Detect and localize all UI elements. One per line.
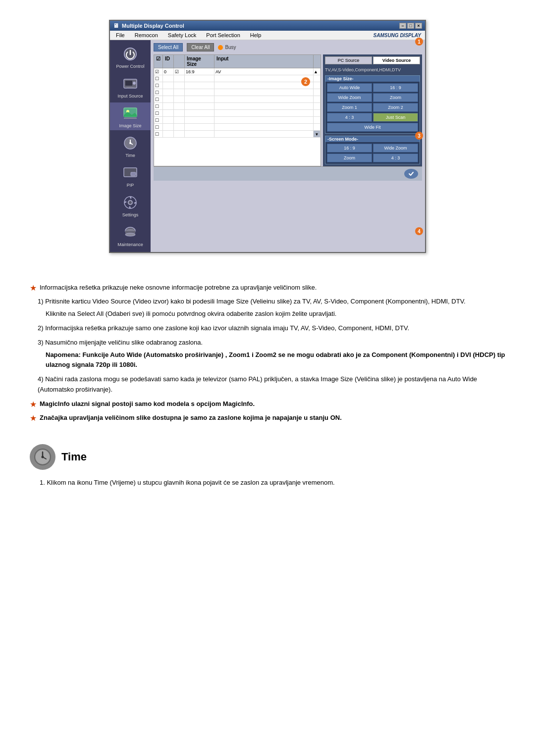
software-window: 🖥 Multiple Display Control – □ × File Re… <box>109 20 426 253</box>
star-item-3: ★ Značajka upravljanja veličinom slike d… <box>30 413 505 424</box>
col-scroll-header <box>314 55 321 68</box>
btn-wide-zoom[interactable]: Wide Zoom <box>327 93 372 102</box>
list-text-2: Informacijska rešetka prikazuje samo one… <box>45 324 409 332</box>
menu-items: File Remocon Safety Lock Port Selection … <box>114 32 263 39</box>
minimize-button[interactable]: – <box>399 23 406 29</box>
bottom-bar <box>154 166 422 181</box>
menu-bar: File Remocon Safety Lock Port Selection … <box>110 31 425 40</box>
screen-mode-title: -Screen Mode- <box>325 136 420 142</box>
btn-zoom2[interactable]: Zoom 2 <box>373 103 418 112</box>
maintenance-icon <box>121 223 139 241</box>
sidebar: Power Control Input <box>110 40 151 252</box>
table-row: ☐ <box>154 89 321 96</box>
source-tabs: PC Source Video Source <box>325 56 420 64</box>
row-scroll: ▲ <box>314 68 321 75</box>
btn-sm-16-9[interactable]: 16 : 9 <box>327 144 372 152</box>
table-row: ☐ <box>154 103 321 110</box>
btn-4-3[interactable]: 4 : 3 <box>327 113 372 122</box>
list-item-2: 2) Informacijska rešetka prikazuje samo … <box>38 323 505 334</box>
btn-sm-4-3[interactable]: 4 : 3 <box>373 153 418 162</box>
sidebar-item-settings[interactable]: Settings <box>110 192 151 219</box>
menu-file[interactable]: File <box>114 32 127 39</box>
window-title: Multiple Display Control <box>122 23 184 29</box>
menu-port-selection[interactable]: Port Selection <box>204 32 242 39</box>
table-row: ☐ <box>154 117 321 124</box>
btn-zoom1[interactable]: Zoom 1 <box>327 103 372 112</box>
sidebar-item-input[interactable]: Input Source <box>110 73 151 101</box>
btn-just-scan[interactable]: Just Scan <box>373 113 418 122</box>
image-size-title: -Image Size- <box>325 76 420 82</box>
row-input: AV <box>214 68 314 75</box>
svg-point-16 <box>129 201 132 204</box>
tab-pc-source[interactable]: PC Source <box>325 56 372 64</box>
image-size-panel: -Image Size- Auto Wide 16 : 9 Wide Zoom … <box>325 75 420 134</box>
table-row: ☐ ▼ <box>154 131 321 138</box>
row-size: 16:9 <box>185 68 214 75</box>
sidebar-item-maintenance[interactable]: Maintenance <box>110 221 151 249</box>
col-num-header <box>174 55 185 68</box>
star-text-1: Informacijska rešetka prikazuje neke osn… <box>40 283 505 293</box>
col-check-header: ☑ <box>154 55 163 68</box>
badge-4: 4 <box>415 227 423 235</box>
row-id: 0 <box>163 68 174 75</box>
list-item-1: 1) Pritisnite karticu Video Source (Vide… <box>38 297 505 319</box>
star-icon-1: ★ <box>30 283 37 294</box>
close-button[interactable]: × <box>415 23 422 29</box>
star-item-2: ★ MagicInfo ulazni signal postoji samo k… <box>30 399 505 410</box>
sidebar-item-time[interactable]: Time <box>110 132 151 160</box>
list-item-4: 4) Načini rada zaslona mogu se podešavat… <box>38 374 505 395</box>
list-text-4: Načini rada zaslona mogu se podešavati s… <box>38 375 477 393</box>
toolbar: Select All Clear All Busy <box>154 43 422 51</box>
star-icon-3: ★ <box>30 413 37 424</box>
menu-safety-lock[interactable]: Safety Lock <box>166 32 198 39</box>
table-row: ☐ <box>154 82 321 89</box>
maximize-button[interactable]: □ <box>407 23 414 29</box>
sidebar-item-power[interactable]: Power Control <box>110 43 151 71</box>
btn-sm-zoom[interactable]: Zoom <box>327 153 372 162</box>
row-check[interactable]: ☑ <box>154 68 163 75</box>
list-text-3: Nasumično mijenjajte veličinu slike odab… <box>45 339 203 346</box>
star-text-2: MagicInfo ulazni signal postoji samo kod… <box>40 399 505 409</box>
time-icon <box>121 134 139 152</box>
sidebar-item-image[interactable]: Image Size <box>110 102 151 130</box>
list-item-3: 3) Nasumično mijenjajte veličinu slike o… <box>38 338 505 370</box>
menu-remocon[interactable]: Remocon <box>133 32 160 39</box>
list-subtext-3: Napomena: Funkcije Auto Wide (Automatsko… <box>46 350 505 371</box>
sidebar-label-power: Power Control <box>116 64 144 69</box>
tab-video-source[interactable]: Video Source <box>373 56 420 64</box>
col-input-header: Input <box>214 55 314 68</box>
table-row: ☐ <box>154 96 321 103</box>
time-header: Time <box>30 444 505 470</box>
btn-wide-fit[interactable]: Wide Fit <box>327 123 418 132</box>
clear-all-button[interactable]: Clear All <box>187 43 214 51</box>
btn-zoom[interactable]: Zoom <box>373 93 418 102</box>
time-section-title: Time <box>61 451 87 463</box>
select-all-button[interactable]: Select All <box>154 43 183 51</box>
busy-indicator: Busy <box>218 45 236 50</box>
table-row: ☐ <box>154 75 321 82</box>
sidebar-item-pip[interactable]: PIP <box>110 162 151 190</box>
title-bar: 🖥 Multiple Display Control – □ × <box>110 21 425 31</box>
badge-2: 2 <box>301 77 310 86</box>
right-panel: PC Source Video Source TV,AV,S-Video,Com… <box>323 54 422 166</box>
badge-3: 3 <box>415 132 423 140</box>
list-text-1: Pritisnite karticu Video Source (Video i… <box>45 298 466 305</box>
grid-rows: ☐ ☐ <box>154 75 321 138</box>
list-subtext-1: Kliknite na Select All (Odaberi sve) ili… <box>46 309 505 319</box>
ok-button[interactable] <box>404 169 418 179</box>
settings-icon <box>121 194 139 211</box>
btn-sm-wide-zoom[interactable]: Wide Zoom <box>373 144 418 152</box>
btn-auto-wide[interactable]: Auto Wide <box>327 83 372 92</box>
star-item-1: ★ Informacijska rešetka prikazuje neke o… <box>30 283 505 294</box>
svg-point-21 <box>407 170 415 178</box>
btn-16-9[interactable]: 16 : 9 <box>373 83 418 92</box>
busy-dot <box>218 45 223 50</box>
source-info: TV,AV,S-Video,Component,HDMI,DTV <box>325 66 420 73</box>
svg-point-26 <box>42 455 44 458</box>
sidebar-label-pip: PIP <box>127 183 134 188</box>
svg-rect-4 <box>127 87 134 88</box>
title-bar-buttons[interactable]: – □ × <box>399 23 422 29</box>
table-row: ☑ 0 ☑ 16:9 AV ▲ <box>154 68 321 75</box>
busy-label: Busy <box>225 45 236 50</box>
menu-help[interactable]: Help <box>248 32 264 39</box>
